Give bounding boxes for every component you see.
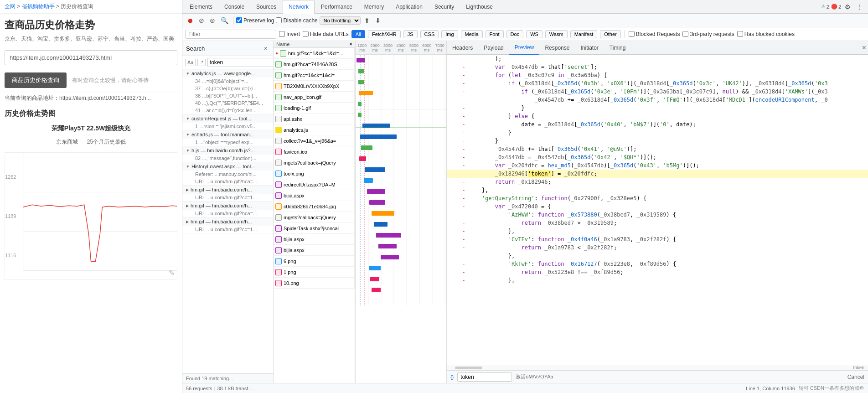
search-match-h82[interactable]: 82 ...,"message",function(... [182,155,273,162]
search-group-hmgif1-header[interactable]: ▶ hm.gif — hm.baidu.com/h... [182,186,273,194]
panel-close-button[interactable]: × [860,42,868,54]
preserve-log-checkbox[interactable] [236,17,242,23]
invert-checkbox[interactable] [279,31,285,37]
tab-console[interactable]: Console [219,0,250,14]
third-party-label[interactable]: 3rd-party requests [682,31,734,37]
network-item-6[interactable]: api.ashx [274,114,355,124]
search-icon-button[interactable]: 🔍 [219,16,230,25]
tab-lighthouse[interactable]: Lighthouse [460,0,498,14]
network-item-4[interactable]: nav_app_icon.gif [274,92,355,103]
search-match-41[interactable]: 41 ...ar c=id(),d=0;d<c.len... [182,107,273,114]
search-match-40[interactable]: 40 ...},Qc("","$ERROR","$E4... [182,99,273,107]
search-match-ec1[interactable]: 1 ..."object"==typeof exp... [182,139,273,146]
search-group-echarts-header[interactable]: ▼ echarts.js — tool.manman... [182,130,273,139]
has-blocked-checkbox[interactable] [737,31,743,37]
search-group-hmgif3-header[interactable]: ▶ hm.gif — hm.baidu.com/h... [182,217,273,226]
hide-urls-label[interactable]: Hide data URLs [303,31,349,37]
close-network-panel[interactable]: × [349,41,352,47]
invert-label[interactable]: Invert [279,31,300,37]
search-match-cr1[interactable]: 1 ...rsion = 'jsjiami.com.v5... [182,123,273,130]
network-item-18[interactable]: bijia.aspx [274,245,355,256]
tab-payload[interactable]: Payload [478,41,509,55]
match-case-btn[interactable]: Aa [185,59,196,66]
third-party-checkbox[interactable] [682,31,688,37]
search-panel-close[interactable]: × [262,43,269,54]
network-item-14[interactable]: c0dab826b71e0b84.jpg [274,201,355,212]
cancel-button[interactable]: Cancel [847,374,864,380]
warning-badge[interactable]: ⚠ 2 [821,4,829,10]
error-badge[interactable]: 🛑 2 [831,4,841,10]
search-group-analytics-header[interactable]: ▼ analytics.js — www.google... [182,69,273,78]
search-footer-input[interactable] [457,372,512,382]
network-item-5[interactable]: loading-1.gif [274,103,355,114]
tab-sources[interactable]: Sources [251,0,282,14]
search-match-37[interactable]: 37 ...c},{b=Oe(b);var d={};i... [182,85,273,92]
horizontal-scroll-bar[interactable]: token [447,365,868,370]
search-group-customrequest-header[interactable]: ▼ customRequest.js — tool... [182,114,273,123]
network-item-17[interactable]: bijia.aspx [274,234,355,245]
hide-urls-checkbox[interactable] [303,31,309,37]
network-item-12[interactable]: redirectUrl.aspx?DA=M [274,179,355,190]
search-match-hmgif3-url[interactable]: URL ...u.com/hm.gif?cc=1... [182,226,273,233]
search-match-hmgif2-url[interactable]: URL ...u.com/hm.gif?hca=... [182,210,273,217]
search-match-38[interactable]: 38 ...b||"$OPT_OUT"==b||... [182,92,273,99]
network-item-21[interactable]: 10.png [274,278,355,289]
filter-media[interactable]: Media [461,30,483,38]
breadcrumb-home[interactable]: 全网 [5,3,16,10]
download-icon[interactable]: ⬇ [373,16,382,25]
network-item-1[interactable]: hm.gif?hca=74846A28S [274,59,355,70]
upload-icon[interactable]: ⬆ [362,16,372,25]
network-item-2[interactable]: hm.gif?cc=1&ck=1&cl= [274,70,355,81]
network-item-9[interactable]: favicon.ico [274,146,355,157]
url-input[interactable] [5,50,177,65]
filter-font[interactable]: Font [486,30,504,38]
search-group-hjs-header[interactable]: ▼ h.js — hm.baidu.com/h.js?... [182,146,273,155]
search-match-referer[interactable]: Referer: ...manbuy.com/hi... [182,171,273,178]
query-button[interactable]: 商品历史价格查询 [5,72,67,88]
network-item-19[interactable]: 6.png [274,256,355,267]
search-group-hmgif2-header[interactable]: ▶ hm.gif — hm.baidu.com/h... [182,202,273,210]
settings-button[interactable]: ⚙ [843,2,852,11]
blocked-requests-label[interactable]: Blocked Requests [629,31,680,37]
tab-application[interactable]: Application [390,0,428,14]
network-item-10[interactable]: mgets?callback=jQuery [274,157,355,168]
scroll-thumb[interactable] [455,367,482,369]
tab-headers[interactable]: Headers [447,41,478,55]
disable-cache-label[interactable]: Disable cache [276,17,317,24]
tab-performance[interactable]: Performance [315,0,358,14]
tab-network[interactable]: Network [283,0,315,14]
network-item-16[interactable]: SpiderTask.ashx?jsoncal [274,223,355,234]
network-item-13[interactable]: bijia.aspx [274,190,355,201]
filter-wasm[interactable]: Wasm [545,30,568,38]
filter-js[interactable]: JS [403,30,418,38]
stop-button[interactable]: ⊘ [197,16,206,25]
filter-css[interactable]: CSS [420,30,439,38]
tab-memory[interactable]: Memory [359,0,389,14]
network-item-7[interactable]: analytics.js [274,124,355,135]
filter-icon-button[interactable]: ⊜ [208,16,217,25]
throttling-select[interactable]: No throttling [320,16,361,25]
filter-xhr[interactable]: Fetch/XHR [368,30,401,38]
filter-other[interactable]: Other [600,30,621,38]
filter-img[interactable]: Img [441,30,458,38]
network-item-8[interactable]: collect?v=1&_v=j96&a= [274,135,355,146]
search-match-url[interactable]: URL ...u.com/hm.gif?hca=... [182,178,273,185]
record-button[interactable]: ⏺ [185,16,195,25]
search-match-34[interactable]: 34 ...=b[0]&&"object"=... [182,78,273,85]
tab-initiator[interactable]: Initiator [575,41,604,55]
tab-preview[interactable]: Preview [509,41,540,55]
regex-btn[interactable]: .* [197,59,205,66]
filter-ws[interactable]: WS [526,30,542,38]
disable-cache-checkbox[interactable] [276,17,282,23]
search-panel-input[interactable] [207,58,274,67]
filter-all[interactable]: All [351,30,365,38]
network-item-3[interactable]: TB2XM0LrVXXXXb9XpX [274,81,355,92]
tab-elements[interactable]: Elements [184,0,218,14]
filter-input[interactable] [185,30,276,39]
tab-response[interactable]: Response [539,41,575,55]
network-item-15[interactable]: mgets?callback=jQuery [274,212,355,223]
search-match-hmgif1-url[interactable]: URL ...u.com/hm.gif?cc=1... [182,194,273,201]
network-item-11[interactable]: toolx.png [274,168,355,179]
network-item-0[interactable]: ● hm.gif?cc=1&ck=1&cl=... [274,48,355,59]
has-blocked-label[interactable]: Has blocked cookies [737,31,795,37]
